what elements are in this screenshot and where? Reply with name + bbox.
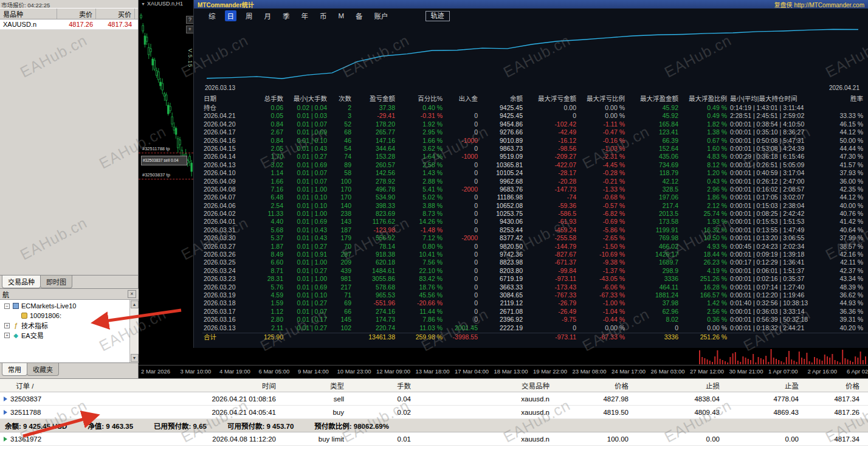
stats-table-row[interactable]: 2026.03.268.490.01 | 0.91287918.3810.41 … xyxy=(202,251,868,258)
navigator-scrollbar[interactable]: ▲ ▼ xyxy=(129,300,139,362)
column-ask[interactable]: 买价 xyxy=(96,9,135,19)
scroll-down-icon[interactable]: ▼ xyxy=(131,354,139,362)
stats-menu-item-7[interactable]: M xyxy=(336,12,347,20)
ask-cell: 4817.34 xyxy=(96,21,135,28)
stats-cell: 2026.04.21 xyxy=(202,112,251,120)
stats-table-row[interactable]: 2026.04.160.840.01 | 0.1046147.161.66 %-… xyxy=(202,137,868,145)
stats-table-row[interactable]: 2026.04.172.670.01 | 0.6968265.772.95 %0… xyxy=(202,128,868,136)
scroll-up-icon[interactable]: ▲ xyxy=(131,300,139,308)
order-current-cell: 4817.34 xyxy=(802,435,863,443)
stats-table-row[interactable]: 2026.03.162.800.01 | 0.17145174.737.86 %… xyxy=(202,316,868,324)
tree-expander-icon[interactable]: + xyxy=(4,323,10,328)
terminal-column-header[interactable]: 时间 xyxy=(103,381,280,390)
stats-table-row[interactable]: 持仓0.060.02 | 0.04237.380.40 %9425.450.00… xyxy=(202,104,868,112)
stats-table-row[interactable]: 2026.03.194.590.01 | 0.1071965.5345.56 %… xyxy=(202,291,868,299)
stats-table-row[interactable]: 2026.03.171.120.01 | 0.0766274.1611.44 %… xyxy=(202,308,868,316)
stats-menu-item-2[interactable]: 周 xyxy=(243,10,255,21)
stats-table-row[interactable]: 2026.04.0211.330.01 | 1.00238823.698.73 … xyxy=(202,210,868,218)
column-symbol[interactable]: 易品种 xyxy=(0,9,57,19)
terminal-column-header[interactable]: 价格 xyxy=(553,381,632,390)
stats-table-row[interactable]: 2026.03.271.870.01 | 0.277078.140.80 %09… xyxy=(202,243,868,251)
stats-table-row[interactable]: 2026.04.152.050.01 | 0.4354344.643.62 %0… xyxy=(202,145,868,153)
stats-cell: 2.67 xyxy=(251,128,285,136)
tab-tick-chart[interactable]: 即时图 xyxy=(40,276,72,288)
navigator-item[interactable]: −ECMarkets-Live10 xyxy=(0,301,139,311)
track-button[interactable]: 轨迹 xyxy=(425,11,450,21)
version-label: V.5.15 xyxy=(187,49,193,68)
terminal-column-header[interactable]: 手数 xyxy=(348,381,415,390)
chart-symbol-tab[interactable]: ▼ XAUUSD.n,H1 xyxy=(141,1,183,7)
close-icon[interactable]: × xyxy=(128,290,136,298)
navigator-item[interactable]: 10091806: xyxy=(0,311,139,321)
stats-table-row[interactable]: 2026.04.014.400.01 | 0.691431176.6214.26… xyxy=(202,218,868,226)
stats-menu-item-0[interactable]: 综 xyxy=(206,10,218,21)
stats-cell: 344.64 xyxy=(353,145,397,153)
column-bid[interactable]: 卖价 xyxy=(57,9,96,19)
stats-table-row[interactable]: 2026.04.087.160.01 | 1.00170496.785.41 %… xyxy=(202,185,868,193)
stats-titlebar[interactable]: MTCommander统计 复盘侠 http://MTCommander.com xyxy=(194,0,868,9)
navigator-titlebar[interactable]: 航 × xyxy=(0,289,139,300)
stats-table-row[interactable]: 2026.04.076.480.01 | 0.10170534.905.02 %… xyxy=(202,193,868,201)
stats-table-row[interactable]: 2026.03.2328.310.01 | 1.009813055.8683.4… xyxy=(202,275,868,283)
stats-cell: 69 xyxy=(329,299,353,307)
stats-table-row[interactable]: 2026.03.256.600.01 | 1.00209620.187.56 %… xyxy=(202,258,868,266)
terminal-column-header[interactable]: 止盈 xyxy=(723,381,802,390)
stats-table-row[interactable]: 2026.03.248.710.01 | 0.274391484.6122.10… xyxy=(202,267,868,275)
stats-table-row[interactable]: 2026.04.062.540.01 | 0.10140398.333.88 %… xyxy=(202,202,868,210)
stats-table-row[interactable]: 2026.03.205.760.01 | 0.69217578.6818.76 … xyxy=(202,283,868,291)
equity-value: 净值: 9 463.35 xyxy=(88,421,133,431)
stats-window-title: MTCommander统计 xyxy=(198,0,254,9)
stats-menu-item-8[interactable]: 备 xyxy=(353,10,365,21)
terminal-column-header[interactable]: 交易品种 xyxy=(415,381,553,390)
stats-cell: 10652.08 xyxy=(480,202,525,210)
stats-menu-item-9[interactable]: 账户 xyxy=(372,10,391,21)
terminal-header[interactable]: 订单 /时间类型手数交易品种价格止损止盈价格 xyxy=(0,379,868,392)
navigator-item[interactable]: +ƒ技术指标 xyxy=(0,321,139,330)
terminal-column-header[interactable]: 类型 xyxy=(280,381,348,390)
stats-table-row[interactable]: 2026.04.210.050.01 | 0.033-29.41-0.31 %0… xyxy=(202,112,868,120)
stats-cell: 2026.04.08 xyxy=(202,185,251,193)
terminal-column-header[interactable]: 止损 xyxy=(632,381,723,390)
stats-table-row[interactable]: 2026.04.141.700.01 | 0.2774153.281.64 %-… xyxy=(202,153,868,161)
terminal-column-header[interactable]: 价格 xyxy=(802,381,863,390)
tab-symbols[interactable]: 交易品种 xyxy=(2,276,41,288)
account-summary-row[interactable]: 余额: 9 425.45 USD净值: 9 463.35已用预付款: 9.65可… xyxy=(0,419,868,432)
market-watch-header[interactable]: 易品种 卖价 买价 xyxy=(0,8,138,19)
stats-cell: 2026.04.13 xyxy=(202,161,251,169)
tab-favorites[interactable]: 收藏夹 xyxy=(27,363,59,376)
stats-table-row[interactable]: 2026.04.200.840.01 | 0.0752178.201.92 %0… xyxy=(202,120,868,128)
tab-common[interactable]: 常用 xyxy=(2,363,27,376)
chart-time-axis[interactable]: 2 Mar 20263 Mar 10:004 Mar 19:006 Mar 05… xyxy=(139,365,868,377)
stats-cell: -586.5 xyxy=(525,210,578,218)
tree-expander-icon[interactable]: − xyxy=(4,303,10,309)
stats-table-row[interactable]: 2026.04.133.020.01 | 0.6989260.572.58 %0… xyxy=(202,161,868,169)
order-row[interactable]: 313619722026.04.08 11:12:20buy limit0.01… xyxy=(0,432,868,446)
navigator-item[interactable]: +◆EA交易 xyxy=(0,330,139,340)
stats-menu-item-5[interactable]: 年 xyxy=(299,10,311,21)
stats-cell: 45.92 xyxy=(627,104,680,112)
volume-histogram xyxy=(139,347,868,365)
order-row[interactable]: 325038372026.04.21 01:08:16sell0.04xauus… xyxy=(0,392,868,406)
stats-menu-item-1[interactable]: 日 xyxy=(225,10,237,21)
stats-table-row[interactable]: 2026.03.181.590.01 | 0.2769-551.96-20.66… xyxy=(202,299,868,307)
stats-menu-item-3[interactable]: 月 xyxy=(262,10,274,21)
stats-cell: 118.79 xyxy=(627,169,680,177)
stats-cell: 1.12 xyxy=(251,308,285,316)
stats-table-row[interactable]: 2026.03.315.680.01 | 0.43187-123.98-1.48… xyxy=(202,226,868,234)
market-watch-row[interactable]: XAUUSD.n4817.264817.34 xyxy=(0,19,138,30)
stats-menu-item-4[interactable]: 季 xyxy=(280,10,292,21)
stats-cell: 36.62 % xyxy=(821,291,865,299)
stats-table-row[interactable]: 2026.03.305.370.01 | 0.43179556.927.12 %… xyxy=(202,234,868,242)
order-row[interactable]: 325117882026.04.21 04:05:41buy0.02xauusd… xyxy=(0,406,868,419)
stats-menu-item-6[interactable]: 币 xyxy=(317,10,329,21)
stats-table-row[interactable]: 2026.03.132.110.01 | 0.27102220.7411.03 … xyxy=(202,324,868,332)
terminal-column-header[interactable]: 订单 / xyxy=(0,381,103,390)
stats-cell: 8377.42 xyxy=(480,234,525,242)
brand-link[interactable]: 复盘侠 http://MTCommander.com xyxy=(774,0,864,9)
navigator-tree: −ECMarkets-Live1010091806:+ƒ技术指标+◆EA交易 xyxy=(0,300,139,340)
stats-table-row[interactable]: 2026.04.101.140.01 | 0.0758142.561.43 %0… xyxy=(202,169,868,177)
navigator-item-label: 技术指标 xyxy=(21,321,48,330)
stats-cell: 1.14 xyxy=(251,169,285,177)
stats-table-row[interactable]: 2026.04.091.660.01 | 0.07100278.922.88 %… xyxy=(202,178,868,185)
tree-expander-icon[interactable]: + xyxy=(4,333,10,338)
